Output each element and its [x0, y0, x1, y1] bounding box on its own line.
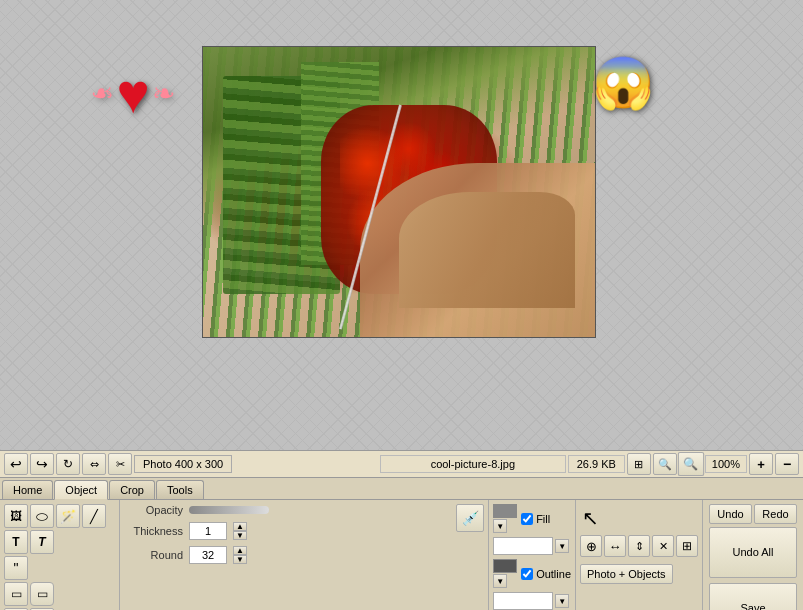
filename-label: cool-picture-8.jpg — [380, 455, 566, 473]
right-actions-panel: Undo Redo Undo All Save 🖨 ⊞ — [703, 500, 803, 610]
round-up-btn[interactable]: ▲ — [233, 546, 247, 555]
round-spin[interactable]: ▲ ▼ — [233, 546, 247, 564]
status-bar: ↩ ↪ ↻ ⇔ ✂ Photo 400 x 300 cool-picture-8… — [0, 450, 803, 478]
opacity-label: Opacity — [128, 504, 183, 516]
toolbar-row-3: " — [4, 556, 115, 580]
tabs-row: Home Object Crop Tools — [0, 478, 803, 499]
bottom-panel: Home Object Crop Tools 🖼 ⬭ 🪄 ╱ T T " ▭ ▭ — [0, 478, 803, 610]
obj-flip-v-btn[interactable]: ⇕ — [628, 535, 650, 557]
tools-panel: 🖼 ⬭ 🪄 ╱ T T " ▭ ▭ ○ ⬡ ★ — [0, 499, 803, 610]
fill-label: Fill — [536, 513, 550, 525]
thickness-up-btn[interactable]: ▲ — [233, 522, 247, 531]
round-row: Round ▲ ▼ — [128, 546, 444, 564]
line-tool-btn[interactable]: ╱ — [82, 504, 106, 528]
outline-checkbox[interactable] — [521, 568, 533, 580]
image-tool-btn[interactable]: 🖼 — [4, 504, 28, 528]
obj-copy-btn[interactable]: ⊕ — [580, 535, 602, 557]
left-toolbar: 🖼 ⬭ 🪄 ╱ T T " ▭ ▭ ○ ⬡ ★ — [0, 500, 120, 610]
obj-flip-h-btn[interactable]: ↔ — [604, 535, 626, 557]
tab-crop[interactable]: Crop — [109, 480, 155, 499]
lasso-tool-btn[interactable]: ⬭ — [30, 504, 54, 528]
save-btn[interactable]: Save — [709, 583, 797, 611]
outline-checkbox-label: Outline — [521, 568, 571, 580]
outline-row: ▼ Outline — [493, 559, 571, 588]
flip-button[interactable]: ⇔ — [82, 453, 106, 475]
undo-all-btn[interactable]: Undo All — [709, 527, 797, 578]
filesize-label: 26.9 KB — [568, 455, 625, 473]
redo-button[interactable]: ↪ — [30, 453, 54, 475]
zoom-minus-button[interactable]: − — [775, 453, 799, 475]
obj-more-btn[interactable]: ⊞ — [676, 535, 698, 557]
photo-objects-button[interactable]: Photo + Objects — [580, 564, 673, 584]
zoom-plus-button[interactable]: + — [749, 453, 773, 475]
tab-home[interactable]: Home — [2, 480, 53, 499]
zoom-level: 100% — [705, 455, 747, 473]
undo-button[interactable]: ↩ — [4, 453, 28, 475]
obj-delete-btn[interactable]: ✕ — [652, 535, 674, 557]
round-input[interactable] — [189, 546, 227, 564]
grid-icon-btn[interactable]: ⊞ — [627, 453, 651, 475]
fill-checkbox-label: Fill — [521, 513, 550, 525]
main-photo — [202, 46, 596, 338]
outline-dropdown[interactable]: ▼ — [493, 574, 507, 588]
fill-color-input[interactable] — [493, 537, 553, 555]
fill-swatch[interactable] — [493, 504, 517, 518]
object-tools-section: ↖ ⊕ ↔ ⇕ ✕ ⊞ Photo + Objects — [576, 500, 703, 610]
undo-action-btn[interactable]: Undo — [709, 504, 752, 524]
photo-size-label: Photo 400 x 300 — [134, 455, 232, 473]
thickness-input[interactable] — [189, 522, 227, 540]
outline-label: Outline — [536, 568, 571, 580]
toolbar-row-1: 🖼 ⬭ 🪄 ╱ — [4, 504, 115, 528]
crop-button[interactable]: ✂ — [108, 453, 132, 475]
zoom-out-button[interactable]: 🔍 — [653, 453, 677, 475]
heart-sticker[interactable]: ❧ ♥ ❧ — [78, 48, 188, 138]
round-label: Round — [128, 549, 183, 561]
outline-swatch[interactable] — [493, 559, 517, 573]
fill-row: ▼ Fill — [493, 504, 571, 533]
text-tool-btn[interactable]: T — [4, 530, 28, 554]
undo-redo-row: Undo Redo — [709, 504, 797, 524]
toolbar-row-2: T T — [4, 530, 115, 554]
zoom-in-button[interactable]: 🔍 — [678, 452, 704, 476]
photo-objects-btn-container: Photo + Objects — [580, 564, 698, 584]
quote-tool-btn[interactable]: " — [4, 556, 28, 580]
eyedropper-tool-btn[interactable]: 💉 — [456, 504, 484, 532]
select-cursor-icon[interactable]: ↖ — [580, 504, 698, 532]
thickness-label: Thickness — [128, 525, 183, 537]
eyedropper-area: 💉 — [452, 500, 489, 610]
rotate-button[interactable]: ↻ — [56, 453, 80, 475]
toolbar-row-4: ▭ ▭ — [4, 582, 115, 606]
rounded-rect-tool-btn[interactable]: ▭ — [30, 582, 54, 606]
emoji-sticker[interactable]: 😱 — [588, 48, 658, 118]
fill-dropdown[interactable]: ▼ — [493, 519, 507, 533]
wand-tool-btn[interactable]: 🪄 — [56, 504, 80, 528]
thickness-down-btn[interactable]: ▼ — [233, 531, 247, 540]
color-section: ▼ Fill ▼ ▼ Outline — [489, 500, 576, 610]
rect-tool-btn[interactable]: ▭ — [4, 582, 28, 606]
tab-object[interactable]: Object — [54, 480, 108, 500]
tab-tools[interactable]: Tools — [156, 480, 204, 499]
fill-color-dropdown[interactable]: ▼ — [555, 539, 569, 553]
middle-options: Opacity Thickness ▲ ▼ Round ▲ ▼ — [120, 500, 452, 610]
opacity-row: Opacity — [128, 504, 444, 516]
obj-icons-row: ⊕ ↔ ⇕ ✕ ⊞ — [580, 535, 698, 557]
round-down-btn[interactable]: ▼ — [233, 555, 247, 564]
outline-color-input[interactable] — [493, 592, 553, 610]
fill-checkbox[interactable] — [521, 513, 533, 525]
thickness-row: Thickness ▲ ▼ — [128, 522, 444, 540]
text-bold-tool-btn[interactable]: T — [30, 530, 54, 554]
canvas-area: ❧ ♥ ❧ 😱 — [0, 0, 803, 450]
opacity-slider[interactable] — [189, 508, 269, 512]
outline-color-dropdown[interactable]: ▼ — [555, 594, 569, 608]
redo-action-btn[interactable]: Redo — [754, 504, 797, 524]
thickness-spin[interactable]: ▲ ▼ — [233, 522, 247, 540]
